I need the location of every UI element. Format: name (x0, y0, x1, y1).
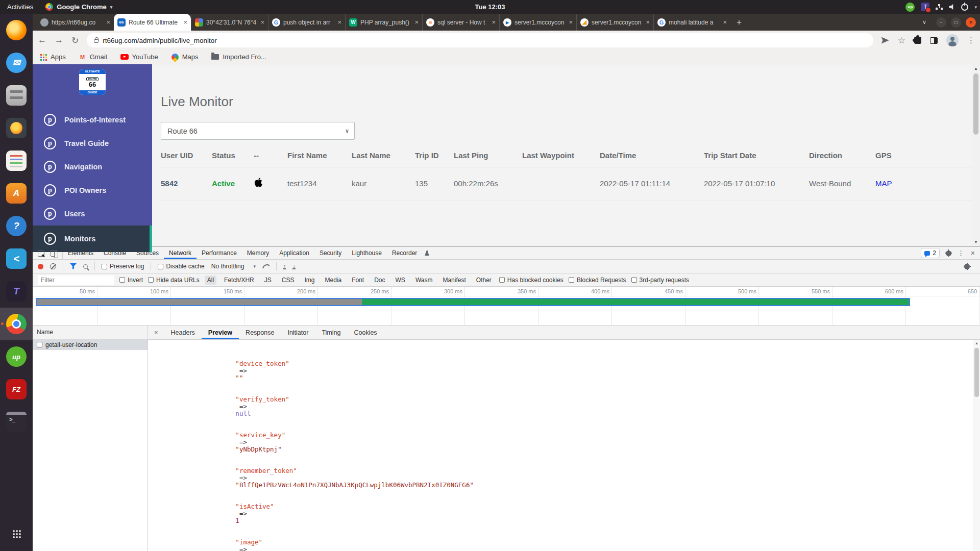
device-toolbar-icon[interactable] (51, 250, 57, 257)
network-settings-icon[interactable] (964, 264, 970, 269)
upwork-tray-icon[interactable]: up (905, 3, 915, 12)
app-menu[interactable]: Google Chrome ▾ (40, 3, 117, 11)
dock-item[interactable] (0, 308, 33, 340)
tab-close-icon[interactable]: × (414, 18, 419, 26)
checkbox-icon[interactable] (102, 264, 107, 269)
map-link[interactable]: MAP (875, 179, 972, 188)
third-party-requests-checkbox[interactable]: 3rd-party requests (631, 277, 689, 284)
detail-tab[interactable]: Response (239, 325, 281, 339)
browser-tab[interactable]: ◢ server1.mccoycon × (576, 14, 653, 31)
scrollbar-thumb[interactable] (973, 73, 978, 135)
bookmark-item[interactable]: Imported Fro... (211, 53, 266, 61)
bookmark-star-icon[interactable]: ☆ (898, 35, 905, 46)
network-icon[interactable] (936, 4, 943, 10)
browser-tab[interactable]: ≡ sql server - How t × (422, 14, 499, 31)
browser-tab[interactable]: ▸ server1.mccoycon × (499, 14, 576, 31)
request-type-filter[interactable]: Wasm (413, 276, 435, 285)
request-type-filter[interactable]: WS (393, 276, 408, 285)
minimize-button[interactable]: − (936, 17, 946, 28)
clock[interactable]: Tue 12:03 (475, 0, 505, 14)
preserve-log-checkbox[interactable]: Preserve log (102, 263, 144, 270)
detail-tab[interactable]: Timing (315, 325, 347, 339)
detail-tab[interactable]: Preview (202, 325, 239, 339)
bookmark-item[interactable]: YouTube (120, 53, 158, 61)
search-icon[interactable] (83, 264, 88, 269)
show-applications-icon[interactable] (13, 530, 15, 532)
tab-close-icon[interactable]: × (337, 18, 341, 26)
sidebar-item[interactable]: p Monitors (33, 226, 152, 252)
request-type-filter[interactable]: Font (349, 276, 366, 285)
request-type-filter[interactable]: Other (474, 276, 494, 285)
network-conditions-icon[interactable] (262, 264, 270, 268)
browser-tab[interactable]: 30°42'31.0"N 76°4 × (191, 14, 268, 31)
clear-icon[interactable] (50, 263, 56, 269)
devtools-menu-icon[interactable]: ⋮ (958, 249, 965, 257)
request-type-filter[interactable]: JS (262, 276, 274, 285)
request-type-filter[interactable]: Img (302, 276, 317, 285)
blocked-requests-checkbox[interactable]: Blocked Requests (569, 277, 626, 284)
invert-checkbox[interactable]: Invert (119, 277, 143, 284)
scroll-up-icon[interactable]: ▲ (974, 66, 978, 71)
issues-counter[interactable]: 2 (921, 248, 940, 258)
checkbox-icon[interactable] (119, 277, 125, 283)
checkbox-icon[interactable] (148, 277, 154, 283)
import-har-icon[interactable]: ↑ (283, 263, 286, 269)
request-list-header[interactable]: Name (33, 325, 148, 339)
dock-item[interactable]: < (0, 242, 33, 275)
request-type-filter[interactable]: Media (322, 276, 344, 285)
devtools-tab[interactable]: Security (314, 247, 347, 259)
tab-close-icon[interactable]: × (569, 18, 573, 26)
sidebar-item[interactable]: p Navigation (33, 155, 152, 179)
browser-tab[interactable]: W PHP array_push() × (345, 14, 422, 31)
overview-waterfall-bar[interactable] (36, 298, 910, 306)
bookmark-item[interactable]: M Gmail (79, 53, 107, 61)
side-panel-icon[interactable] (930, 37, 938, 44)
devtools-tab[interactable]: Application (274, 247, 314, 259)
browser-tab[interactable]: G push object in arr × (268, 14, 345, 31)
tab-close-icon[interactable]: × (492, 18, 496, 26)
route-select[interactable]: Route 66 ∨ (161, 122, 355, 140)
sidebar-item[interactable]: p POI Owners (33, 179, 152, 202)
system-tray[interactable]: up T ▾ (905, 0, 977, 14)
devtools-tab[interactable]: Network (164, 247, 197, 259)
network-overview-timeline[interactable]: 50 ms 100 ms 150 ms 200 ms 250 ms 300 ms (33, 287, 980, 325)
tab-close-icon[interactable]: × (183, 18, 187, 26)
activities-button[interactable]: Activities (0, 3, 40, 11)
devtools-close-icon[interactable]: × (971, 249, 975, 257)
request-type-filter[interactable]: CSS (279, 276, 297, 285)
tab-close-icon[interactable]: × (723, 18, 727, 26)
scrollbar-thumb[interactable] (974, 348, 979, 397)
request-row[interactable]: getall-user-location (33, 339, 148, 350)
checkbox-icon[interactable] (158, 264, 163, 269)
browser-tab[interactable]: 66 Route 66 Ultimate × (114, 14, 191, 31)
dock-item[interactable]: ✉ (0, 46, 33, 79)
close-window-button[interactable]: × (966, 17, 976, 28)
reload-button[interactable]: ↻ (71, 35, 79, 46)
forward-button[interactable]: → (55, 35, 63, 45)
dock-item[interactable]: ? (0, 210, 33, 242)
devtools-tab[interactable]: Memory (242, 247, 274, 259)
maximize-button[interactable]: □ (951, 17, 961, 28)
share-icon[interactable] (881, 37, 889, 44)
browser-tab[interactable]: https://rt66ug.co × (37, 14, 114, 31)
throttling-select[interactable]: No throttling ▾ (211, 263, 256, 270)
filter-icon[interactable] (70, 263, 77, 269)
dock-item[interactable] (0, 14, 33, 46)
dock-item[interactable]: >_ (0, 406, 33, 438)
disable-cache-checkbox[interactable]: Disable cache (158, 263, 204, 270)
new-tab-button[interactable]: + (730, 14, 748, 31)
devtools-tab[interactable]: Performance (197, 247, 242, 259)
chevron-down-icon[interactable]: ▾ (974, 5, 977, 10)
sidebar-item[interactable]: p Travel Guide (33, 132, 152, 155)
dock-item[interactable] (0, 144, 33, 177)
detail-tab[interactable]: Cookies (347, 325, 383, 339)
dock-item[interactable]: up (0, 340, 33, 373)
export-har-icon[interactable]: ↓ (292, 263, 296, 269)
lock-icon[interactable] (94, 39, 99, 43)
record-icon[interactable] (38, 264, 43, 269)
address-bar[interactable]: rt66ug.com/admin/public/live_monitor (87, 33, 873, 47)
request-type-filter[interactable]: Manifest (440, 276, 468, 285)
dock-item[interactable]: T (0, 275, 33, 308)
tab-search-chevron-icon[interactable]: ∨ (922, 19, 926, 26)
bookmark-item[interactable]: Maps (172, 53, 199, 61)
